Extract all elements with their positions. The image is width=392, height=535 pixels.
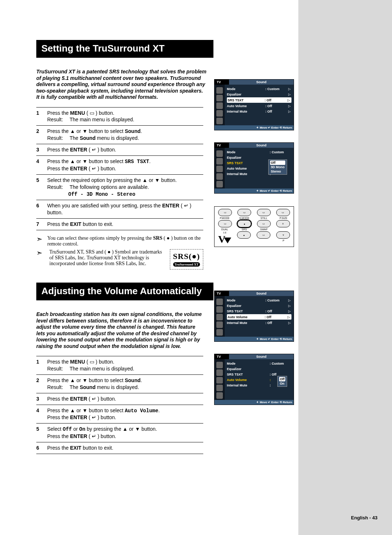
- t: ENTER: [70, 166, 87, 171]
- t: : Custom: [265, 87, 287, 91]
- arrow-right-icon: ▷: [287, 321, 291, 325]
- osd-tv-label: TV: [215, 80, 229, 85]
- osd-sound-srs-popup: TV Sound Mode: Custom Equalizer SRS TSXT…: [214, 142, 294, 194]
- osd-sound-srs: TV Sound Mode: Custom▷ Equalizer▷ SRS TS…: [214, 79, 294, 130]
- note-arrow-icon: ➣: [36, 249, 49, 269]
- remote-btn: ▭: [218, 209, 232, 216]
- osd-iconcol: [215, 148, 225, 189]
- osd-sound-av: TV Sound Mode: Custom▷ Equalizer▷ SRS TS…: [214, 291, 294, 342]
- t: MENU: [70, 359, 85, 365]
- step-body: Select Off or On by pressing the ▲ or ▼ …: [47, 426, 203, 440]
- t: ENTER: [70, 396, 87, 402]
- note-2: ➣ SRS(●) TruSurround XT TruSurround XT, …: [36, 249, 203, 269]
- big-down-arrow-icon: V: [218, 234, 231, 245]
- t: ENTER: [70, 414, 87, 420]
- step-4: 4 Press the ▲ or ▼ button to select Auto…: [36, 405, 203, 424]
- osd-footer: ✦ Move ↵ Enter ⟲ Return: [215, 337, 294, 341]
- osd-cat-icon: [216, 369, 223, 376]
- osd-rows: Mode: Custom▷ Equalizer▷ SRS TSXT: Off▷ …: [225, 296, 294, 337]
- osd-footer: ✦ Move ↵ Enter ⟲ Return: [215, 125, 294, 130]
- step-num: 5: [36, 426, 47, 440]
- osd-row-mode: Mode: Custom: [227, 361, 291, 366]
- t: The main menu is displayed.: [70, 117, 134, 122]
- t: : Off: [265, 104, 287, 108]
- t: by pressing the ▲ or ▼ button.: [85, 426, 157, 432]
- step-2: 2 Press the ▲ or ▼ button to select Soun…: [36, 375, 203, 393]
- t: ( ▭ ) button.: [85, 110, 114, 116]
- arrow-right-icon: ▷: [287, 304, 291, 308]
- t: ( ↵ ) button.: [87, 396, 116, 402]
- t: Press the: [47, 166, 70, 171]
- section-title-1: Setting the TruSurround XT: [36, 40, 213, 58]
- t: Mode: [227, 87, 265, 91]
- osd-cat-icon: [216, 87, 223, 94]
- step-6: 6 When you are satisfied with your setti…: [36, 200, 203, 219]
- t: ( ↵ ) button.: [87, 147, 116, 153]
- result-label: Result:: [47, 384, 68, 391]
- osd-row-mode: Mode: Custom▷: [227, 86, 291, 92]
- osd-cat-icon: [216, 392, 223, 399]
- step-num: 4: [36, 407, 47, 421]
- t: Internal Mute: [227, 384, 270, 387]
- osd-cat-icon: [216, 95, 223, 101]
- t: Auto Volume: [228, 315, 265, 319]
- t: .: [140, 128, 142, 134]
- note-1: ➣ You can select these options simply by…: [36, 235, 203, 247]
- t: menu is displayed.: [95, 135, 139, 141]
- step-num: 1: [36, 110, 47, 123]
- osd-body: Mode: Custom▷ Equalizer▷ SRS TSXT: Off▷ …: [215, 296, 294, 337]
- arrow-right-icon: ▷: [287, 93, 291, 96]
- note-body: You can select these options simply by p…: [47, 235, 203, 247]
- step-num: 3: [36, 146, 47, 153]
- osd-cat-icon: [216, 173, 223, 180]
- side-band: [298, 0, 392, 535]
- t: Internal Mute: [227, 110, 265, 113]
- result-label: Result:: [47, 135, 68, 142]
- osd-footer: ✦ Move ↵ Enter ⟲ Return: [215, 400, 294, 405]
- osd-row-mode: Mode: Custom▷: [227, 297, 291, 303]
- step-num: 1: [36, 358, 47, 372]
- t: : Custom: [270, 362, 291, 365]
- t: ( ↵ ) button.: [87, 433, 116, 439]
- osd-cat-icon: [216, 110, 223, 117]
- t: ENTER: [162, 203, 179, 208]
- section-1-notes: ➣ You can select these options simply by…: [36, 235, 203, 269]
- step-num: 2: [36, 128, 47, 142]
- osd-titlebar: TV Sound: [215, 143, 294, 148]
- step-3: 3 Press the ENTER ( ↵ ) button.: [36, 393, 203, 405]
- t: Press the: [47, 414, 70, 420]
- remote-label: [277, 228, 290, 231]
- step-body: Press the ENTER ( ↵ ) button.: [47, 146, 203, 153]
- osd-body: Mode: Custom Equalizer SRS TSXT: Off Aut…: [215, 359, 294, 400]
- osd-tv-label: TV: [215, 291, 229, 296]
- remote-row: ▭ ▭ ▭ ▭: [218, 209, 290, 216]
- t: : Off: [265, 321, 287, 325]
- step-body: Press the ▲ or ▼ button to select SRS TS…: [47, 158, 203, 172]
- t: : Off: [265, 315, 286, 319]
- osd-body: Mode: Custom Equalizer SRS TSXT: Auto Vo…: [215, 148, 294, 189]
- t: menu is displayed.: [95, 384, 139, 390]
- step-body: Press the EXIT button to exit.: [47, 221, 203, 228]
- step-body: When you are satisfied with your setting…: [47, 202, 203, 216]
- step-4: 4 Press the ▲ or ▼ button to select SRS …: [36, 156, 203, 175]
- t: ( ↵ ) button.: [87, 414, 116, 420]
- t: When you are satisfied with your setting…: [47, 203, 162, 208]
- popup-item: Stereo: [270, 169, 285, 174]
- note-arrow-icon: ➣: [36, 235, 47, 247]
- remote-label: DUAL: [218, 228, 231, 231]
- t: ENTER: [70, 147, 87, 153]
- step-num: 7: [36, 221, 47, 228]
- t: Auto Volume: [227, 104, 265, 108]
- osd-iconcol: [215, 359, 225, 400]
- t: English -: [351, 515, 372, 520]
- t: Internal Mute: [227, 321, 265, 325]
- t: Press the: [47, 433, 70, 439]
- t: Press the ▲ or ▼ button to select: [47, 377, 125, 383]
- t: ( ↵ ) button.: [87, 166, 116, 171]
- t: .: [140, 377, 142, 383]
- t: Sound: [125, 377, 141, 383]
- osd-cat-icon: [216, 321, 223, 328]
- remote-label: S.MODE: [238, 217, 251, 219]
- osd-title: Sound: [229, 291, 294, 296]
- t: Select: [47, 426, 63, 432]
